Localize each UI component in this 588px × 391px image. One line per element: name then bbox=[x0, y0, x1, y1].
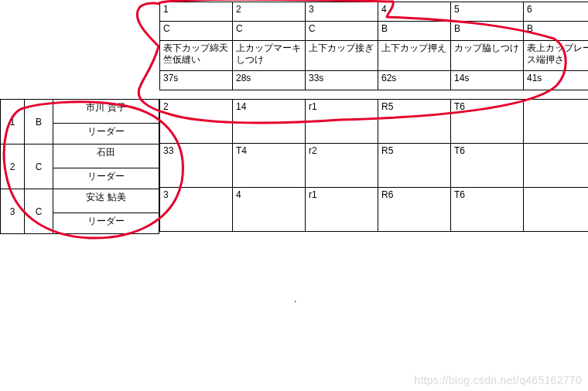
grid-cell: T6 bbox=[451, 100, 524, 144]
time-cell: 28s bbox=[233, 71, 306, 90]
grade-cell: C bbox=[306, 22, 378, 41]
person-role: リーダー bbox=[53, 124, 159, 144]
grid-cell: R5 bbox=[378, 144, 451, 188]
col-num: 6 bbox=[524, 2, 589, 22]
person-name: 市川 貴子 bbox=[53, 100, 159, 124]
grid-cell bbox=[524, 144, 589, 188]
desc-cell: 表下カップ綿天竺仮縫い bbox=[160, 41, 233, 71]
center-dot: . bbox=[294, 294, 296, 304]
desc-cell: 上下カップ押え bbox=[378, 41, 451, 71]
grid-cell: R5 bbox=[378, 100, 451, 144]
grade-cell: B bbox=[451, 22, 524, 41]
person-index: 1 bbox=[1, 100, 25, 144]
person-name: 安达 鮎美 bbox=[53, 189, 159, 213]
desc-cell: 上カップマーキしつけ bbox=[233, 41, 306, 71]
col-num: 5 bbox=[451, 2, 524, 22]
grid-cell: r2 bbox=[306, 144, 378, 188]
header-desc-row: 表下カップ綿天竺仮縫い 上カップマーキしつけ 上下カップ接ぎ 上下カップ押え カ… bbox=[160, 41, 589, 71]
col-num: 1 bbox=[160, 2, 233, 22]
time-cell: 14s bbox=[451, 71, 524, 90]
grid-cell: r1 bbox=[306, 100, 378, 144]
grid-cell: T4 bbox=[233, 144, 306, 188]
person-grade: C bbox=[25, 144, 53, 189]
grid-cell: 3 bbox=[160, 188, 233, 232]
grid-cell: 2 bbox=[160, 100, 233, 144]
grid-cell bbox=[524, 188, 589, 232]
watermark-text: https://blog.csdn.net/q465162770 bbox=[414, 374, 582, 386]
grid-cell: T6 bbox=[451, 188, 524, 232]
header-time-row: 37s 28s 33s 62s 14s 41s bbox=[160, 71, 589, 90]
desc-cell: 上下カップ接ぎ bbox=[306, 41, 378, 71]
person-name: 石田 bbox=[53, 144, 159, 168]
assignment-grid: 2 14 r1 R5 T6 33 T4 r2 R5 T6 3 4 r1 R6 T… bbox=[159, 99, 588, 232]
grid-cell: 33 bbox=[160, 144, 233, 188]
person-index: 2 bbox=[1, 144, 25, 189]
table-row: 33 T4 r2 R5 T6 bbox=[160, 144, 589, 188]
people-table: 1 B 市川 貴子 リーダー 2 C 石田 リーダー 3 C 安达 鮎美 リーダ… bbox=[0, 99, 159, 234]
table-row: 2 14 r1 R5 T6 bbox=[160, 100, 589, 144]
grid-cell bbox=[524, 100, 589, 144]
header-grade-row: C C C B B B bbox=[160, 22, 589, 41]
desc-cell: 表上カップレース端押さ bbox=[524, 41, 589, 71]
grid-cell: r1 bbox=[306, 188, 378, 232]
grid-cell: T6 bbox=[451, 144, 524, 188]
time-cell: 41s bbox=[524, 71, 589, 90]
person-grade: C bbox=[25, 189, 53, 234]
grid-cell: 4 bbox=[233, 188, 306, 232]
grid-cell: 14 bbox=[233, 100, 306, 144]
col-num: 3 bbox=[306, 2, 378, 22]
process-header-table: 1 2 3 4 5 6 C C C B B B 表下カップ綿天竺仮縫い 上カップ… bbox=[159, 2, 588, 90]
person-grade: B bbox=[25, 100, 53, 144]
grade-cell: B bbox=[378, 22, 451, 41]
person-role: リーダー bbox=[53, 168, 159, 189]
grade-cell: C bbox=[160, 22, 233, 41]
time-cell: 33s bbox=[306, 71, 378, 90]
col-num: 2 bbox=[233, 2, 306, 22]
col-num: 4 bbox=[378, 2, 451, 22]
person-role: リーダー bbox=[53, 213, 159, 234]
grid-cell: R6 bbox=[378, 188, 451, 232]
time-cell: 37s bbox=[160, 71, 233, 90]
grade-cell: C bbox=[233, 22, 306, 41]
person-index: 3 bbox=[1, 189, 25, 234]
desc-cell: カップ脇しつけ bbox=[451, 41, 524, 71]
header-col-row: 1 2 3 4 5 6 bbox=[160, 2, 589, 22]
grade-cell: B bbox=[524, 22, 589, 41]
time-cell: 62s bbox=[378, 71, 451, 90]
table-row: 3 4 r1 R6 T6 bbox=[160, 188, 589, 232]
